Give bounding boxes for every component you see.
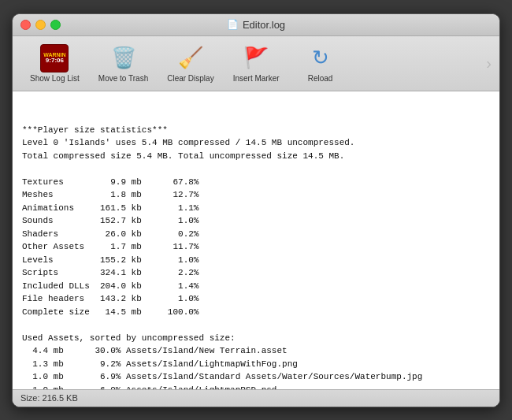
editor-log-window: 📄 Editor.log WARNIN 9:7:06 Show Log List… <box>12 13 500 407</box>
maximize-button[interactable] <box>50 20 61 30</box>
traffic-lights <box>20 20 61 30</box>
show-log-list-button[interactable]: WARNIN 9:7:06 Show Log List <box>20 41 89 86</box>
broom-icon: 🧹 <box>176 44 205 72</box>
statusbar: Size: 216.5 KB <box>13 389 499 407</box>
minimize-button[interactable] <box>35 20 46 30</box>
reload-icon: ↻ <box>306 44 335 72</box>
reload-button[interactable]: ↻ Reload <box>289 41 352 86</box>
title-file-icon: 📄 <box>227 19 239 30</box>
toolbar-nav-arrows: › <box>486 54 492 72</box>
size-label: Size: 216.5 KB <box>20 393 78 403</box>
toolbar: WARNIN 9:7:06 Show Log List 🗑️ Move to T… <box>13 36 499 91</box>
window-title: 📄 Editor.log <box>227 19 285 31</box>
trash-icon: 🗑️ <box>109 44 138 72</box>
insert-marker-button[interactable]: 🚩 Insert Marker <box>224 41 289 86</box>
content-area: ***Player size statistics*** Level 0 'Is… <box>13 91 499 389</box>
clear-label: Clear Display <box>167 74 213 83</box>
reload-label: Reload <box>308 74 333 83</box>
log-text: ***Player size statistics*** Level 0 'Is… <box>22 124 490 389</box>
close-button[interactable] <box>20 20 31 30</box>
trash-label: Move to Trash <box>98 74 148 83</box>
log-content[interactable]: ***Player size statistics*** Level 0 'Is… <box>13 91 499 389</box>
clear-display-button[interactable]: 🧹 Clear Display <box>158 41 223 86</box>
move-to-trash-button[interactable]: 🗑️ Move to Trash <box>89 41 158 86</box>
show-log-label: Show Log List <box>30 74 80 83</box>
warning-icon: WARNIN 9:7:06 <box>40 44 69 72</box>
marker-label: Insert Marker <box>233 74 280 83</box>
nav-chevron-right: › <box>486 54 492 72</box>
titlebar: 📄 Editor.log <box>13 14 499 36</box>
marker-icon: 🚩 <box>242 44 270 72</box>
